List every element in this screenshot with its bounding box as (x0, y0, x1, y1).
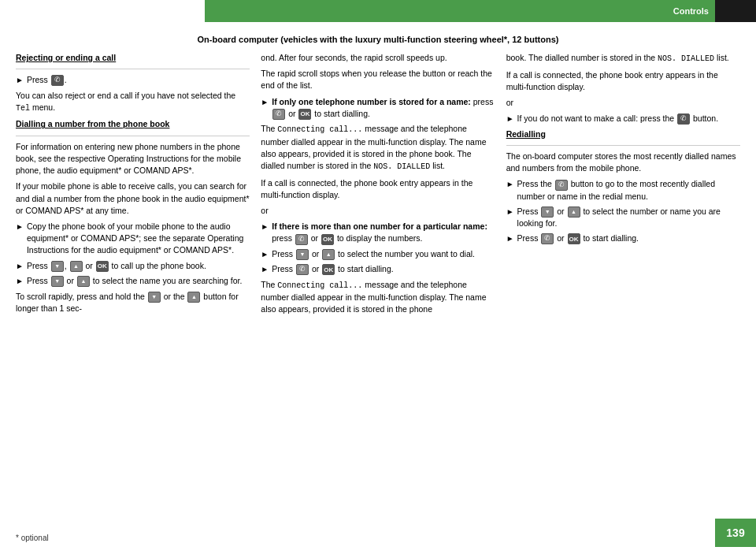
col3-or-1: or (506, 97, 740, 109)
nav-up-icon-3 (187, 292, 200, 303)
header-title: Controls (673, 6, 709, 16)
column-1: Rejecting or ending a call ► Press . You… (16, 52, 250, 542)
ok-icon-1: OK (96, 261, 109, 272)
col2-or-1: or (261, 205, 495, 217)
phone-end-icon-c3 (677, 113, 690, 125)
dial-icon-c3-2 (555, 180, 568, 191)
ok-icon-c2-2: OK (321, 234, 334, 245)
col3-bullet-3-content: Press or to select the number or name yo… (517, 206, 740, 229)
bullet-arrow-1: ► (16, 75, 24, 87)
col3-bullet-1: ► If you do not want to make a call: pre… (506, 113, 740, 125)
bullet-arrow-c3-4: ► (506, 233, 514, 245)
columns: Rejecting or ending a call ► Press . You… (16, 52, 740, 542)
dialling-bullet-3: ► Press or to select the name you are se… (16, 275, 250, 288)
nav-down-icon-1 (51, 261, 64, 272)
sub-heading: On-board computer (vehicles with the lux… (16, 35, 740, 44)
col2-bullet-1-content: If only one telephone number is stored f… (272, 96, 495, 120)
col3-para-2: If a call is connected, the phone book e… (506, 69, 740, 93)
dialling-bullet-1: ► Copy the phone book of your mobile pho… (16, 221, 250, 257)
col3-bullet-2: ► Press the button to go to the most rec… (506, 178, 740, 202)
col3-redialling-para-1: The on-board computer stores the most re… (506, 151, 740, 174)
bullet-arrow-d1: ► (16, 221, 24, 257)
nav-down-icon-c2-3 (296, 249, 309, 260)
nav-up-icon-c2-3 (322, 249, 335, 260)
dialling-para-2: If your mobile phone is able to receive … (16, 180, 250, 217)
col2-para-1: ond. After four seconds, the rapid scrol… (261, 52, 495, 64)
nav-up-icon-1 (70, 261, 83, 272)
reject-para-1: You can also reject or end a call if you… (16, 90, 250, 115)
bullet-arrow-d2: ► (16, 261, 24, 273)
section-redialling-title: Redialling (506, 128, 740, 140)
bullet-arrow-c2-4: ► (261, 264, 269, 276)
bullet-arrow-c2-3: ► (261, 249, 269, 261)
col2-bullet-4: ► Press or OK to start dialling. (261, 263, 495, 276)
column-3: book. The dialled number is stored in th… (506, 52, 740, 542)
bullet-arrow-c2-2: ► (261, 221, 269, 244)
nav-down-icon-2 (51, 276, 64, 287)
bullet-arrow-c3-1: ► (506, 113, 514, 125)
corner-square (715, 0, 756, 22)
col2-bullet-4-content: Press or OK to start dialling. (272, 263, 495, 276)
nav-up-icon-2 (77, 276, 90, 287)
col2-bullet-2-content: If there is more than one number for a p… (272, 221, 495, 244)
reject-bullet-1-content: Press . (27, 74, 250, 87)
nav-up-icon-c3-3 (568, 206, 580, 218)
col3-bullet-4: ► Press or OK to start dialling. (506, 232, 740, 245)
ok-icon-c2-1: OK (298, 109, 311, 120)
col3-bullet-4-content: Press or OK to start dialling. (517, 232, 740, 245)
dial-icon-c2-1 (272, 109, 285, 120)
phone-end-icon (51, 75, 64, 86)
col2-connecting-1: The Connecting call... message and the t… (261, 123, 495, 173)
header-bar: Controls (205, 0, 756, 22)
bullet-arrow-c2-1: ► (261, 97, 269, 120)
col3-para-1: book. The dialled number is stored in th… (506, 52, 740, 65)
bullet-arrow-c3-3: ► (506, 206, 514, 229)
ok-icon-c2-4: OK (322, 264, 335, 275)
col2-bullet-3-content: Press or to select the number you want t… (272, 248, 495, 261)
ok-icon-c3-4: OK (568, 233, 580, 244)
col2-para-2: The rapid scroll stops when you release … (261, 68, 495, 91)
dial-icon-c3-4 (541, 233, 554, 244)
main-content: On-board computer (vehicles with the lux… (0, 28, 756, 558)
column-2: ond. After four seconds, the rapid scrol… (261, 52, 495, 542)
dialling-para-1: For information on entering new phone nu… (16, 141, 250, 177)
col3-bullet-1-content: If you do not want to make a call: press… (517, 113, 740, 125)
footer-note: * optional (16, 534, 49, 542)
dialling-para-scroll: To scroll rapidly, press and hold the or… (16, 291, 250, 314)
col3-bullet-2-content: Press the button to go to the most recen… (517, 178, 740, 202)
dial-icon-c2-4 (296, 264, 309, 275)
col2-bullet-2: ► If there is more than one number for a… (261, 221, 495, 244)
dialling-bullet-3-content: Press or to select the name you are sear… (27, 275, 250, 288)
dialling-bullet-2: ► Press , or OK to call up the phone boo… (16, 260, 250, 273)
col2-bullet-3: ► Press or to select the number you want… (261, 248, 495, 261)
section-dialling-title: Dialling a number from the phone book (16, 118, 250, 130)
col2-bullet-1: ► If only one telephone number is stored… (261, 96, 495, 120)
col2-para-3: If a call is connected, the phone book e… (261, 177, 495, 201)
bullet-arrow-c3-2: ► (506, 179, 514, 202)
dialling-bullet-2-content: Press , or OK to call up the phone book. (27, 260, 250, 273)
nav-down-icon-c3-3 (541, 206, 554, 218)
nav-down-icon-3 (148, 292, 161, 303)
bullet-arrow-d3: ► (16, 276, 24, 288)
col2-connecting-2: The Connecting call... message and the t… (261, 279, 495, 316)
reject-bullet-1: ► Press . (16, 74, 250, 87)
section-rejecting-title: Rejecting or ending a call (16, 52, 250, 64)
dial-icon-c2-2 (295, 234, 308, 245)
col3-bullet-3: ► Press or to select the number or name … (506, 206, 740, 229)
dialling-bullet-1-content: Copy the phone book of your mobile phone… (27, 221, 250, 257)
